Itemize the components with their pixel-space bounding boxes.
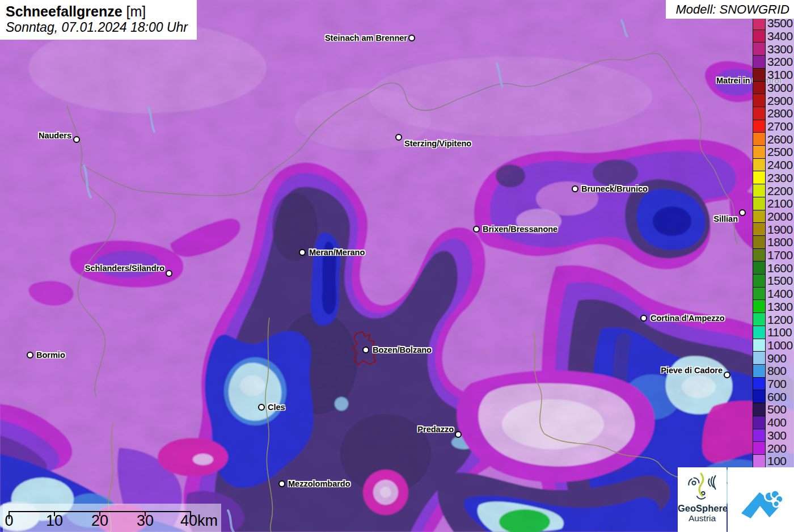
city-layer: Steinach am BrennerMatrei in OsttirolNau… <box>0 0 794 532</box>
colorbar-entry: 600 <box>753 390 794 403</box>
colorbar-label: 2700 <box>767 120 793 133</box>
city-marker <box>27 352 33 358</box>
colorbar-label: 1300 <box>767 300 793 314</box>
colorbar-entry: 2700 <box>753 120 794 133</box>
map-title: Schneefallgrenze [m] <box>6 3 188 20</box>
colorbar-entry: 2400 <box>753 159 794 172</box>
colorbar-entry: 100 <box>753 455 794 468</box>
scalebar-label: 40km <box>180 513 218 530</box>
colorbar-swatch <box>753 416 766 429</box>
colorbar-entry: 1100 <box>753 326 794 339</box>
colorbar-swatch <box>753 378 766 391</box>
colorbar-label: 1000 <box>767 339 793 352</box>
colorbar-label: 3000 <box>767 81 793 95</box>
colorbar-swatch <box>753 429 766 442</box>
city-label: Bormio <box>36 351 65 360</box>
model-label: Modell: SNOWGRID <box>666 0 794 19</box>
colorbar-label: 1900 <box>767 223 793 237</box>
colorbar-entry: 1500 <box>753 275 794 288</box>
colorbar-label: 600 <box>767 390 787 404</box>
colorbar-swatch <box>753 223 766 236</box>
colorbar-label: 2600 <box>767 133 793 146</box>
colorbar-entry: 300 <box>753 429 794 442</box>
colorbar-entry: 2500 <box>753 146 794 159</box>
city-marker <box>455 431 462 438</box>
city-marker <box>299 249 306 256</box>
scalebar-label: 30 <box>137 513 154 530</box>
colorbar-swatch <box>753 197 766 210</box>
colorbar-label: 2800 <box>767 107 793 120</box>
city-marker <box>408 35 415 41</box>
city-label: Bruneck/Brunico <box>581 185 648 193</box>
colorbar-swatch <box>753 249 766 262</box>
colorbar-swatch <box>753 184 766 197</box>
colorbar-label: 800 <box>767 364 787 378</box>
colorbar-swatch <box>753 339 766 352</box>
colorbar-entry: 500 <box>753 403 794 416</box>
colorbar-swatch <box>753 30 766 43</box>
colorbar-entry: 1200 <box>753 313 794 326</box>
colorbar-label: 3400 <box>767 29 793 43</box>
scalebar-label: 20 <box>91 513 108 530</box>
colorbar-legend: 3500340033003200310030002900280027002600… <box>753 17 794 468</box>
colorbar-label: 1200 <box>767 313 793 327</box>
mountain-cloud-logo <box>728 467 794 532</box>
colorbar-swatch <box>753 313 766 326</box>
colorbar-entry: 1400 <box>753 288 794 301</box>
colorbar-label: 400 <box>767 416 787 429</box>
colorbar-swatch <box>753 69 766 82</box>
geosphere-logo-text: GeoSphere <box>678 503 727 513</box>
map-datetime: Sonntag, 07.01.2024 18:00 Uhr <box>6 20 188 36</box>
colorbar-entry: 800 <box>753 365 794 378</box>
colorbar-swatch <box>753 146 766 159</box>
city-label: Cles <box>268 403 285 412</box>
city-marker <box>395 134 402 141</box>
city-label: Cortina d'Ampezzo <box>651 314 725 323</box>
city-label: Bozen/Bolzano <box>373 346 432 354</box>
colorbar-swatch <box>753 300 766 313</box>
colorbar-entry: 3400 <box>753 30 794 43</box>
colorbar-entry: 2600 <box>753 133 794 146</box>
map-title-text: Schneefallgrenze <box>6 3 123 19</box>
geosphere-logo-subtext: Austria <box>678 513 727 523</box>
colorbar-swatch <box>753 120 766 133</box>
colorbar-swatch <box>753 455 766 468</box>
colorbar-swatch <box>753 326 766 339</box>
city-marker <box>473 226 480 233</box>
geosphere-contours-icon <box>686 470 719 503</box>
city-label: Nauders <box>39 132 71 140</box>
colorbar-entry: 2200 <box>753 184 794 197</box>
colorbar-label: 3100 <box>767 68 793 82</box>
colorbar-entry: 400 <box>753 416 794 429</box>
colorbar-label: 200 <box>767 442 787 455</box>
colorbar-swatch <box>753 352 766 365</box>
colorbar-label: 3200 <box>767 55 793 69</box>
colorbar-swatch <box>753 94 766 107</box>
scalebar-label: 10 <box>46 513 63 530</box>
geosphere-logo: GeoSphere Austria <box>678 467 727 532</box>
colorbar-entry: 2100 <box>753 197 794 210</box>
colorbar-label: 900 <box>767 352 787 365</box>
city-label: Brixen/Bressanone <box>483 225 558 234</box>
city-marker <box>362 347 369 353</box>
mountain-cloud-icon <box>735 474 787 526</box>
colorbar-swatch <box>753 82 766 95</box>
colorbar-label: 1600 <box>767 261 793 275</box>
city-label: Pieve di Cadore <box>661 366 723 375</box>
colorbar-label: 1100 <box>767 326 792 339</box>
colorbar-entry: 3000 <box>753 82 794 95</box>
colorbar-entry: 1300 <box>753 300 794 313</box>
city-label: Meran/Merano <box>309 248 365 257</box>
colorbar-label: 2000 <box>767 210 793 223</box>
colorbar-swatch <box>753 43 766 56</box>
colorbar-entry: 3100 <box>753 69 794 82</box>
colorbar-entry: 2900 <box>753 94 794 107</box>
colorbar-swatch <box>753 17 766 30</box>
colorbar-entry: 1800 <box>753 236 794 249</box>
scalebar: 010203040km <box>3 504 221 532</box>
colorbar-swatch <box>753 390 766 403</box>
city-label: Mezzolombardo <box>288 480 350 488</box>
colorbar-swatch <box>753 365 766 378</box>
city-marker <box>640 315 647 322</box>
colorbar-entry: 2800 <box>753 107 794 120</box>
